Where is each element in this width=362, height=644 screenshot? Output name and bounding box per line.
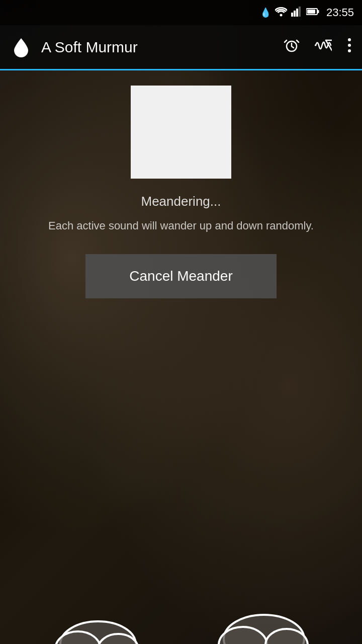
meandering-description: Each active sound will wander up and dow… xyxy=(18,218,344,234)
rain-icon-container[interactable] xyxy=(38,604,158,644)
sounds-section: Rain Thunder xyxy=(0,604,362,644)
notification-drop-icon: 💧 xyxy=(260,7,271,18)
svg-rect-7 xyxy=(307,10,315,14)
cancel-meander-button[interactable]: Cancel Meander xyxy=(85,254,277,298)
svg-point-14 xyxy=(348,49,351,52)
svg-rect-2 xyxy=(294,11,296,17)
thunder-sound-item: Thunder xyxy=(194,604,334,644)
svg-point-13 xyxy=(348,44,351,47)
signal-icon xyxy=(291,7,302,19)
wifi-icon xyxy=(275,7,287,19)
app-logo-icon xyxy=(10,36,32,58)
svg-rect-6 xyxy=(317,10,319,13)
status-bar: 💧 23:55 xyxy=(0,0,362,25)
svg-point-0 xyxy=(280,14,282,16)
main-content: Meandering... Each active sound will wan… xyxy=(0,70,362,604)
album-art-placeholder xyxy=(131,86,231,179)
thunder-cloud-icon xyxy=(214,609,314,644)
alarm-icon[interactable] xyxy=(284,37,300,57)
toolbar: A Soft Murmur xyxy=(0,25,362,70)
svg-rect-1 xyxy=(291,13,293,17)
app-title: A Soft Murmur xyxy=(41,39,268,56)
more-options-icon[interactable] xyxy=(347,37,352,57)
battery-icon xyxy=(306,8,319,18)
svg-rect-3 xyxy=(296,9,298,17)
rain-sound-item: Rain xyxy=(28,604,168,644)
thunder-icon-container[interactable] xyxy=(204,604,324,644)
equalizer-icon[interactable] xyxy=(315,37,332,57)
time-display: 23:55 xyxy=(326,6,354,19)
rain-cloud-icon xyxy=(50,611,146,644)
svg-rect-4 xyxy=(299,7,301,17)
meandering-status: Meandering... xyxy=(141,194,221,209)
svg-point-12 xyxy=(348,38,351,41)
